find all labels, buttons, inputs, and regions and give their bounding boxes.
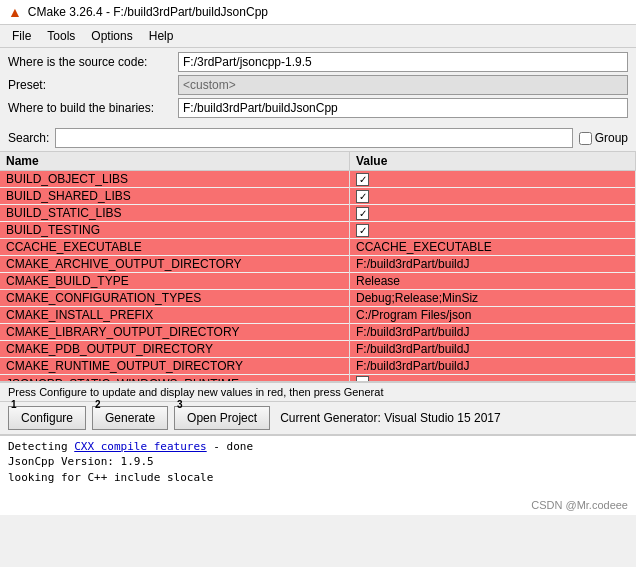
output-underline-cxx: CXX compile features (74, 440, 206, 453)
output-line-2-text: JsonCpp Version: 1.9.5 (8, 455, 154, 468)
cell-value (350, 375, 636, 383)
build-label: Where to build the binaries: (8, 101, 178, 115)
output-line-1: Detecting CXX compile features - done (8, 439, 628, 454)
table-row: CMAKE_ARCHIVE_OUTPUT_DIRECTORYF:/build3r… (0, 256, 636, 273)
checkbox-checked[interactable] (356, 173, 369, 186)
checkbox-checked[interactable] (356, 207, 369, 220)
output-line-2: JsonCpp Version: 1.9.5 (8, 454, 628, 469)
preset-label: Preset: (8, 78, 178, 92)
cell-value: C:/Program Files/json (350, 307, 636, 324)
table-row: CCACHE_EXECUTABLECCACHE_EXECUTABLE (0, 239, 636, 256)
checkbox-checked[interactable] (356, 190, 369, 203)
cell-value (350, 171, 636, 188)
cell-name: CMAKE_PDB_OUTPUT_DIRECTORY (0, 341, 350, 358)
cell-value (350, 222, 636, 239)
cell-name: CMAKE_LIBRARY_OUTPUT_DIRECTORY (0, 324, 350, 341)
table-row: CMAKE_INSTALL_PREFIXC:/Program Files/jso… (0, 307, 636, 324)
table-row: BUILD_SHARED_LIBS (0, 188, 636, 205)
cell-name: CMAKE_ARCHIVE_OUTPUT_DIRECTORY (0, 256, 350, 273)
group-checkbox[interactable] (579, 132, 592, 145)
col-header-name: Name (0, 152, 350, 171)
checkbox-checked[interactable] (356, 224, 369, 237)
table-header-row: Name Value (0, 152, 636, 171)
menu-bar: File Tools Options Help (0, 25, 636, 48)
cell-name: JSONCPP_STATIC_WINDOWS_RUNTIME (0, 375, 350, 383)
table-row: CMAKE_RUNTIME_OUTPUT_DIRECTORYF:/build3r… (0, 358, 636, 375)
generate-label: Generate (105, 411, 155, 425)
table-row: CMAKE_CONFIGURATION_TYPESDebug;Release;M… (0, 290, 636, 307)
cell-name: BUILD_SHARED_LIBS (0, 188, 350, 205)
group-checkbox-area: Group (579, 131, 628, 145)
group-label: Group (595, 131, 628, 145)
menu-file[interactable]: File (4, 27, 39, 45)
button-row: 1 Configure 2 Generate 3 Open Project Cu… (0, 402, 636, 435)
output-line-3: looking for C++ include slocale (8, 470, 628, 485)
menu-help[interactable]: Help (141, 27, 182, 45)
cell-name: CMAKE_INSTALL_PREFIX (0, 307, 350, 324)
table-row: CMAKE_PDB_OUTPUT_DIRECTORYF:/build3rdPar… (0, 341, 636, 358)
form-section: Where is the source code: Preset: Where … (0, 48, 636, 125)
generate-button[interactable]: 2 Generate (92, 406, 168, 430)
output-text: Detecting CXX compile features - done Js… (0, 436, 636, 488)
preset-input[interactable] (178, 75, 628, 95)
cell-value: CCACHE_EXECUTABLE (350, 239, 636, 256)
open-project-label: Open Project (187, 411, 257, 425)
cell-value: Release (350, 273, 636, 290)
app-icon: ▲ (8, 4, 22, 20)
cell-value: F:/build3rdPart/buildJ (350, 341, 636, 358)
cell-value (350, 188, 636, 205)
generator-text: Current Generator: Visual Studio 15 2017 (280, 411, 501, 425)
cell-value: F:/build3rdPart/buildJ (350, 256, 636, 273)
col-header-value: Value (350, 152, 636, 171)
open-project-button[interactable]: 3 Open Project (174, 406, 270, 430)
table-row: CMAKE_LIBRARY_OUTPUT_DIRECTORYF:/build3r… (0, 324, 636, 341)
cell-name: CMAKE_CONFIGURATION_TYPES (0, 290, 350, 307)
cell-name: BUILD_TESTING (0, 222, 350, 239)
cell-value: Debug;Release;MinSiz (350, 290, 636, 307)
menu-options[interactable]: Options (83, 27, 140, 45)
cell-name: CMAKE_RUNTIME_OUTPUT_DIRECTORY (0, 358, 350, 375)
generate-number: 2 (95, 399, 101, 410)
search-input[interactable] (55, 128, 572, 148)
table-row: CMAKE_BUILD_TYPERelease (0, 273, 636, 290)
cell-name: BUILD_OBJECT_LIBS (0, 171, 350, 188)
configure-label: Configure (21, 411, 73, 425)
menu-tools[interactable]: Tools (39, 27, 83, 45)
table-row: JSONCPP_STATIC_WINDOWS_RUNTIME (0, 375, 636, 383)
cell-name: CMAKE_BUILD_TYPE (0, 273, 350, 290)
source-row: Where is the source code: (8, 52, 628, 72)
table-row: BUILD_TESTING (0, 222, 636, 239)
source-input[interactable] (178, 52, 628, 72)
output-footer: CSDN @Mr.codeee (531, 499, 628, 511)
search-section: Search: Group (0, 125, 636, 152)
source-label: Where is the source code: (8, 55, 178, 69)
configure-number: 1 (11, 399, 17, 410)
table-row: BUILD_OBJECT_LIBS (0, 171, 636, 188)
config-table: Name Value BUILD_OBJECT_LIBSBUILD_SHARED… (0, 152, 636, 382)
cell-value: F:/build3rdPart/buildJ (350, 324, 636, 341)
window-title: CMake 3.26.4 - F:/build3rdPart/buildJson… (28, 5, 268, 19)
cell-value (350, 205, 636, 222)
open-project-number: 3 (177, 399, 183, 410)
preset-row: Preset: (8, 75, 628, 95)
configure-button[interactable]: 1 Configure (8, 406, 86, 430)
table-container: Name Value BUILD_OBJECT_LIBSBUILD_SHARED… (0, 152, 636, 382)
table-row: BUILD_STATIC_LIBS (0, 205, 636, 222)
search-label: Search: (8, 131, 49, 145)
cell-value: F:/build3rdPart/buildJ (350, 358, 636, 375)
build-input[interactable] (178, 98, 628, 118)
cell-name: BUILD_STATIC_LIBS (0, 205, 350, 222)
output-area: Detecting CXX compile features - done Js… (0, 435, 636, 515)
title-bar: ▲ CMake 3.26.4 - F:/build3rdPart/buildJs… (0, 0, 636, 25)
output-line-3-text: looking for C++ include slocale (8, 471, 213, 484)
cell-name: CCACHE_EXECUTABLE (0, 239, 350, 256)
build-row: Where to build the binaries: (8, 98, 628, 118)
hint-text: Press Configure to update and display ne… (8, 386, 383, 398)
